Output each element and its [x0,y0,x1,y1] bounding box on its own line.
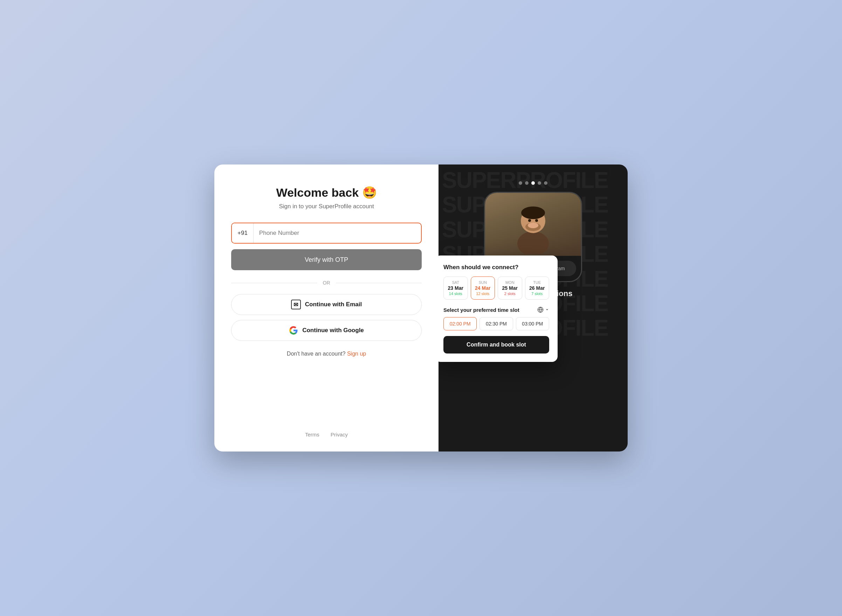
phone-image [485,193,581,256]
divider-text: OR [323,280,330,286]
email-button[interactable]: ✉ Continue with Email [231,294,422,315]
dot-1[interactable] [519,181,522,185]
terms-link[interactable]: Terms [305,431,319,437]
confirm-button[interactable]: Confirm and book slot [444,336,549,353]
date-slot-tue[interactable]: TUE 26 Mar 7 slots [525,277,550,299]
time-section-header: Select your preferred time slot [444,307,549,313]
date-slots: SAT 23 Mar 14 slots SUN 24 Mar 12 slots … [444,277,549,299]
google-button-label: Continue with Google [302,327,364,334]
chevron-down-icon [545,308,549,312]
phone-input-wrapper: +91 [231,223,422,243]
privacy-link[interactable]: Privacy [331,431,348,437]
date-slot-mon[interactable]: MON 25 Mar 2 slots [498,277,522,299]
otp-button[interactable]: Verify with OTP [231,249,422,270]
svg-point-6 [535,219,538,222]
email-button-label: Continue with Email [305,301,362,308]
date-slot-sun-day: SUN [473,280,493,285]
left-footer: Terms Privacy [305,431,348,437]
dot-5[interactable] [544,181,547,185]
time-slot-3[interactable]: 03:00 PM [516,317,549,330]
divider: OR [231,280,422,286]
date-slot-mon-slots: 2 slots [500,292,520,296]
google-button[interactable]: Continue with Google [231,320,422,341]
svg-point-4 [528,223,538,228]
date-slot-sat[interactable]: SAT 23 Mar 14 slots [444,277,468,299]
booking-card: When should we connect? SAT 23 Mar 14 sl… [438,255,558,362]
welcome-subtitle: Sign in to your SuperProfile account [279,203,374,210]
right-panel: SUPERPROFILE SUPERPROFILE SUPERPROFILE S… [438,164,627,452]
phone-prefix: +91 [232,223,254,243]
email-icon: ✉ [291,299,301,309]
dot-2[interactable] [525,181,529,185]
date-slot-mon-date: 25 Mar [500,285,520,291]
date-slot-tue-date: 26 Mar [528,285,547,291]
main-card: Welcome back 🤩 Sign in to your SuperProf… [215,164,627,452]
dots-indicator [519,181,547,185]
svg-point-2 [521,207,545,219]
left-content: Welcome back 🤩 Sign in to your SuperProf… [231,185,422,357]
date-slot-sat-day: SAT [446,280,466,285]
globe-icon [537,307,544,313]
booking-title: When should we connect? [444,264,549,271]
time-section-title: Select your preferred time slot [444,307,519,313]
date-slot-sun-slots: 12 slots [473,292,493,296]
time-slot-2[interactable]: 02:30 PM [479,317,513,330]
time-slot-1[interactable]: 02:00 PM [444,317,477,330]
google-icon [289,326,298,335]
divider-line-left [231,283,317,283]
welcome-title: Welcome back 🤩 [276,185,376,199]
person-illustration [512,195,554,254]
date-slot-tue-day: TUE [528,280,547,285]
date-slot-mon-day: MON [500,280,520,285]
dot-4[interactable] [538,181,541,185]
divider-line-right [336,283,422,283]
date-slot-sat-slots: 14 slots [446,292,466,296]
svg-point-0 [517,231,549,254]
date-slot-sat-date: 23 Mar [446,285,466,291]
dot-3[interactable] [531,181,535,185]
svg-point-5 [528,219,531,222]
date-slot-sun-date: 24 Mar [473,285,493,291]
signup-link[interactable]: Sign up [347,351,366,356]
date-slot-tue-slots: 7 slots [528,292,547,296]
signup-text: Don't have an account? Sign up [287,351,366,357]
left-panel: Welcome back 🤩 Sign in to your SuperProf… [215,164,438,452]
time-slots: 02:00 PM 02:30 PM 03:00 PM [444,317,549,330]
phone-input[interactable] [254,230,421,237]
timezone-selector[interactable] [537,307,549,313]
date-slot-sun[interactable]: SUN 24 Mar 12 slots [471,277,495,299]
